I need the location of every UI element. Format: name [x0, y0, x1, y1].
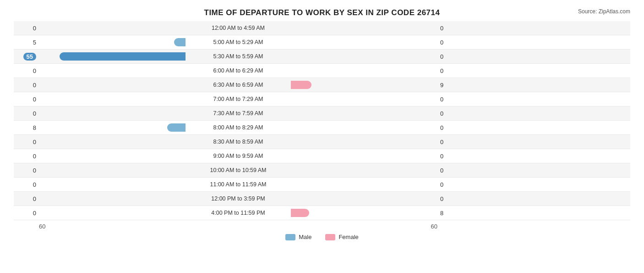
male-value: 55	[14, 53, 39, 60]
male-value: 0	[14, 25, 39, 32]
legend-female-label: Female	[338, 234, 358, 240]
male-bar-wrap	[39, 152, 186, 160]
male-bar	[167, 123, 186, 132]
female-value: 0	[437, 124, 463, 131]
female-bar-wrap	[291, 38, 437, 46]
male-bar-wrap	[39, 81, 186, 89]
female-bar-wrap	[291, 109, 437, 117]
female-value: 0	[437, 53, 463, 60]
female-value: 0	[437, 195, 463, 202]
female-bar-wrap	[291, 81, 437, 89]
chart-container: TIME OF DEPARTURE TO WORK BY SEX IN ZIP …	[0, 0, 644, 273]
female-bar-wrap	[291, 209, 437, 217]
table-row: 0 7:00 AM to 7:29 AM 0	[14, 92, 630, 106]
table-row: 0 6:30 AM to 6:59 AM 9	[14, 78, 630, 92]
female-value: 9	[437, 82, 463, 89]
female-value: 0	[437, 181, 463, 188]
rows-area: 0 12:00 AM to 4:59 AM 0 5 5:00 AM to 5:2…	[14, 21, 630, 220]
female-value: 8	[437, 210, 463, 217]
left-value-text: 0	[33, 181, 36, 188]
table-row: 0 7:30 AM to 7:59 AM 0	[14, 106, 630, 121]
left-value-text: 0	[33, 195, 36, 202]
male-value: 0	[14, 195, 39, 202]
time-label: 12:00 AM to 4:59 AM	[186, 25, 291, 31]
male-value: 0	[14, 181, 39, 188]
source-text: Source: ZipAtlas.com	[578, 8, 630, 15]
female-value: 0	[437, 167, 463, 174]
left-value-text: 0	[33, 139, 36, 145]
male-bar-wrap	[39, 52, 186, 61]
table-row: 5 5:00 AM to 5:29 AM 0	[14, 35, 630, 50]
table-row: 0 4:00 PM to 11:59 PM 8	[14, 206, 630, 220]
female-bar-wrap	[291, 152, 437, 160]
male-bar-wrap	[39, 123, 186, 132]
male-value: 0	[14, 96, 39, 103]
male-bar-wrap	[39, 166, 186, 174]
female-bar-wrap	[291, 166, 437, 174]
left-value-text: 0	[33, 167, 36, 174]
time-label: 6:00 AM to 6:29 AM	[186, 67, 291, 74]
legend-female: Female	[325, 234, 358, 240]
left-value-text: 0	[33, 96, 36, 103]
time-label: 8:30 AM to 8:59 AM	[186, 139, 291, 145]
male-bar-wrap	[39, 138, 186, 146]
left-value-text: 0	[33, 153, 36, 160]
male-bar-wrap	[39, 195, 186, 203]
table-row: 0 10:00 AM to 10:59 AM 0	[14, 163, 630, 178]
female-bar-wrap	[291, 52, 437, 61]
time-label: 5:00 AM to 5:29 AM	[186, 39, 291, 45]
female-value: 0	[437, 25, 463, 32]
left-value-text: 0	[33, 110, 36, 117]
table-row: 0 6:00 AM to 6:29 AM 0	[14, 64, 630, 78]
left-value-text: 0	[33, 25, 36, 32]
male-bar-wrap	[39, 209, 186, 217]
male-value: 8	[14, 124, 39, 131]
female-bar-wrap	[291, 195, 437, 203]
female-bar-wrap	[291, 180, 437, 189]
male-bar	[60, 52, 186, 61]
table-row: 0 12:00 AM to 4:59 AM 0	[14, 21, 630, 35]
time-label: 8:00 AM to 8:29 AM	[186, 124, 291, 131]
male-value: 0	[14, 153, 39, 160]
time-label: 7:00 AM to 7:29 AM	[186, 96, 291, 102]
left-value-text: 0	[33, 210, 36, 217]
table-row: 8 8:00 AM to 8:29 AM 0	[14, 121, 630, 135]
legend-female-box	[325, 234, 335, 240]
female-bar-wrap	[291, 24, 437, 32]
female-value: 0	[437, 139, 463, 145]
female-bar	[291, 81, 311, 89]
male-value: 0	[14, 210, 39, 217]
female-bar	[291, 209, 309, 217]
male-value: 0	[14, 110, 39, 117]
time-label: 5:30 AM to 5:59 AM	[186, 53, 291, 60]
female-bar-wrap	[291, 123, 437, 132]
male-value: 0	[14, 139, 39, 145]
male-bar	[174, 38, 186, 46]
female-value: 0	[437, 96, 463, 103]
table-row: 0 9:00 AM to 9:59 AM 0	[14, 149, 630, 163]
left-value-text: 5	[33, 39, 36, 46]
time-label: 12:00 PM to 3:59 PM	[186, 195, 291, 202]
axis-right-label: 60	[291, 223, 437, 230]
legend: Male Female	[14, 234, 630, 240]
time-label: 4:00 PM to 11:59 PM	[186, 210, 291, 216]
time-label: 11:00 AM to 11:59 AM	[186, 181, 291, 188]
male-bar-wrap	[39, 180, 186, 189]
male-bar-wrap	[39, 95, 186, 103]
male-value: 5	[14, 39, 39, 46]
male-bar-wrap	[39, 38, 186, 46]
female-value: 0	[437, 39, 463, 46]
left-value-text: 0	[33, 82, 36, 89]
male-value: 0	[14, 82, 39, 89]
time-label: 6:30 AM to 6:59 AM	[186, 82, 291, 88]
female-bar-wrap	[291, 67, 437, 75]
time-label: 7:30 AM to 7:59 AM	[186, 110, 291, 117]
left-value-text: 0	[33, 67, 36, 74]
male-value: 0	[14, 67, 39, 74]
table-row: 0 8:30 AM to 8:59 AM 0	[14, 135, 630, 149]
highlighted-value: 55	[23, 53, 36, 61]
female-value: 0	[437, 67, 463, 74]
left-value-text: 8	[33, 124, 36, 131]
time-label: 10:00 AM to 10:59 AM	[186, 167, 291, 173]
axis-row: 60 60	[14, 223, 630, 230]
